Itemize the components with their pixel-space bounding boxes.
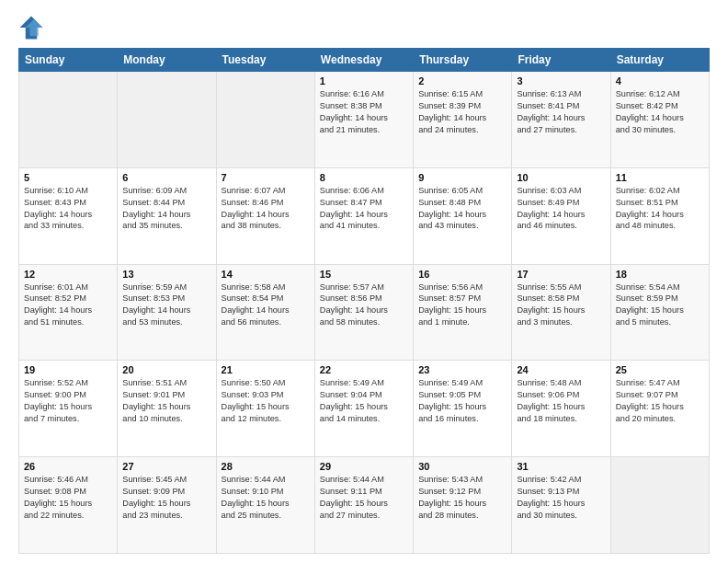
day-number: 11	[616, 172, 704, 183]
day-number: 7	[222, 172, 310, 183]
calendar-cell	[216, 72, 314, 168]
calendar-cell: 15Sunrise: 5:57 AM Sunset: 8:56 PM Dayli…	[314, 264, 413, 361]
calendar-cell: 11Sunrise: 6:02 AM Sunset: 8:51 PM Dayli…	[610, 167, 709, 264]
calendar: SundayMondayTuesdayWednesdayThursdayFrid…	[18, 48, 710, 554]
week-row-2: 5Sunrise: 6:10 AM Sunset: 8:43 PM Daylig…	[19, 167, 710, 264]
day-number: 15	[320, 269, 408, 280]
day-number: 30	[418, 461, 506, 472]
calendar-cell: 5Sunrise: 6:10 AM Sunset: 8:43 PM Daylig…	[19, 167, 118, 264]
calendar-cell: 16Sunrise: 5:56 AM Sunset: 8:57 PM Dayli…	[414, 264, 512, 361]
weekday-header-saturday: Saturday	[610, 49, 709, 72]
header	[18, 15, 710, 40]
day-number: 21	[222, 364, 310, 375]
day-number: 27	[122, 461, 210, 472]
week-row-1: 1Sunrise: 6:16 AM Sunset: 8:38 PM Daylig…	[19, 72, 710, 168]
calendar-cell	[118, 72, 216, 168]
calendar-cell: 4Sunrise: 6:12 AM Sunset: 8:42 PM Daylig…	[610, 72, 709, 168]
calendar-cell: 10Sunrise: 6:03 AM Sunset: 8:49 PM Dayli…	[512, 167, 610, 264]
day-number: 1	[320, 75, 408, 86]
day-number: 26	[24, 461, 112, 472]
calendar-cell: 8Sunrise: 6:06 AM Sunset: 8:47 PM Daylig…	[314, 167, 413, 264]
day-detail: Sunrise: 6:16 AM Sunset: 8:38 PM Dayligh…	[320, 88, 408, 136]
calendar-cell: 24Sunrise: 5:48 AM Sunset: 9:06 PM Dayli…	[512, 361, 610, 457]
day-detail: Sunrise: 5:48 AM Sunset: 9:06 PM Dayligh…	[517, 377, 605, 425]
page: SundayMondayTuesdayWednesdayThursdayFrid…	[0, 0, 728, 563]
calendar-cell: 9Sunrise: 6:05 AM Sunset: 8:48 PM Daylig…	[414, 167, 512, 264]
day-detail: Sunrise: 6:10 AM Sunset: 8:43 PM Dayligh…	[24, 185, 112, 233]
calendar-cell	[19, 72, 118, 168]
day-detail: Sunrise: 5:49 AM Sunset: 9:05 PM Dayligh…	[418, 377, 506, 425]
day-number: 18	[616, 269, 704, 280]
calendar-cell: 26Sunrise: 5:46 AM Sunset: 9:08 PM Dayli…	[19, 457, 118, 554]
weekday-header-row: SundayMondayTuesdayWednesdayThursdayFrid…	[19, 49, 710, 72]
calendar-cell: 21Sunrise: 5:50 AM Sunset: 9:03 PM Dayli…	[216, 361, 314, 457]
calendar-cell: 3Sunrise: 6:13 AM Sunset: 8:41 PM Daylig…	[512, 72, 610, 168]
calendar-cell: 25Sunrise: 5:47 AM Sunset: 9:07 PM Dayli…	[610, 361, 709, 457]
calendar-cell: 1Sunrise: 6:16 AM Sunset: 8:38 PM Daylig…	[314, 72, 413, 168]
calendar-cell: 18Sunrise: 5:54 AM Sunset: 8:59 PM Dayli…	[610, 264, 709, 361]
weekday-header-friday: Friday	[512, 49, 610, 72]
day-detail: Sunrise: 5:55 AM Sunset: 8:58 PM Dayligh…	[517, 282, 605, 329]
day-detail: Sunrise: 5:45 AM Sunset: 9:09 PM Dayligh…	[122, 474, 210, 522]
day-detail: Sunrise: 5:49 AM Sunset: 9:04 PM Dayligh…	[320, 377, 408, 425]
week-row-3: 12Sunrise: 6:01 AM Sunset: 8:52 PM Dayli…	[19, 264, 710, 361]
calendar-cell: 12Sunrise: 6:01 AM Sunset: 8:52 PM Dayli…	[19, 264, 118, 361]
day-number: 31	[517, 461, 605, 472]
day-detail: Sunrise: 6:15 AM Sunset: 8:39 PM Dayligh…	[418, 88, 506, 136]
day-number: 2	[418, 75, 506, 86]
day-number: 16	[418, 269, 506, 280]
day-number: 8	[320, 172, 408, 183]
day-detail: Sunrise: 5:44 AM Sunset: 9:10 PM Dayligh…	[222, 474, 310, 522]
day-detail: Sunrise: 6:02 AM Sunset: 8:51 PM Dayligh…	[616, 185, 704, 233]
week-row-5: 26Sunrise: 5:46 AM Sunset: 9:08 PM Dayli…	[19, 457, 710, 554]
day-number: 17	[517, 269, 605, 280]
day-detail: Sunrise: 6:06 AM Sunset: 8:47 PM Dayligh…	[320, 185, 408, 233]
day-detail: Sunrise: 5:44 AM Sunset: 9:11 PM Dayligh…	[320, 474, 408, 522]
day-number: 3	[517, 75, 605, 86]
day-number: 12	[24, 269, 112, 280]
day-detail: Sunrise: 6:03 AM Sunset: 8:49 PM Dayligh…	[517, 185, 605, 233]
day-number: 9	[418, 172, 506, 183]
day-detail: Sunrise: 5:56 AM Sunset: 8:57 PM Dayligh…	[418, 282, 506, 329]
day-detail: Sunrise: 5:50 AM Sunset: 9:03 PM Dayligh…	[222, 377, 310, 425]
day-detail: Sunrise: 6:01 AM Sunset: 8:52 PM Dayligh…	[24, 282, 112, 329]
day-detail: Sunrise: 5:59 AM Sunset: 8:53 PM Dayligh…	[122, 282, 210, 329]
calendar-cell: 30Sunrise: 5:43 AM Sunset: 9:12 PM Dayli…	[414, 457, 512, 554]
logo-icon	[18, 15, 44, 40]
day-detail: Sunrise: 5:43 AM Sunset: 9:12 PM Dayligh…	[418, 474, 506, 522]
day-detail: Sunrise: 6:07 AM Sunset: 8:46 PM Dayligh…	[222, 185, 310, 233]
calendar-cell: 23Sunrise: 5:49 AM Sunset: 9:05 PM Dayli…	[414, 361, 512, 457]
day-detail: Sunrise: 6:05 AM Sunset: 8:48 PM Dayligh…	[418, 185, 506, 233]
day-detail: Sunrise: 5:42 AM Sunset: 9:13 PM Dayligh…	[517, 474, 605, 522]
calendar-cell: 28Sunrise: 5:44 AM Sunset: 9:10 PM Dayli…	[216, 457, 314, 554]
weekday-header-monday: Monday	[118, 49, 216, 72]
day-number: 13	[122, 269, 210, 280]
calendar-cell: 29Sunrise: 5:44 AM Sunset: 9:11 PM Dayli…	[314, 457, 413, 554]
calendar-cell: 31Sunrise: 5:42 AM Sunset: 9:13 PM Dayli…	[512, 457, 610, 554]
day-number: 19	[24, 364, 112, 375]
day-detail: Sunrise: 5:58 AM Sunset: 8:54 PM Dayligh…	[222, 282, 310, 329]
calendar-cell: 19Sunrise: 5:52 AM Sunset: 9:00 PM Dayli…	[19, 361, 118, 457]
day-detail: Sunrise: 6:13 AM Sunset: 8:41 PM Dayligh…	[517, 88, 605, 136]
day-number: 28	[222, 461, 310, 472]
weekday-header-thursday: Thursday	[414, 49, 512, 72]
logo	[18, 15, 48, 40]
calendar-cell: 22Sunrise: 5:49 AM Sunset: 9:04 PM Dayli…	[314, 361, 413, 457]
day-number: 29	[320, 461, 408, 472]
calendar-cell: 27Sunrise: 5:45 AM Sunset: 9:09 PM Dayli…	[118, 457, 216, 554]
day-number: 10	[517, 172, 605, 183]
day-detail: Sunrise: 5:46 AM Sunset: 9:08 PM Dayligh…	[24, 474, 112, 522]
day-number: 23	[418, 364, 506, 375]
calendar-cell: 13Sunrise: 5:59 AM Sunset: 8:53 PM Dayli…	[118, 264, 216, 361]
day-detail: Sunrise: 5:52 AM Sunset: 9:00 PM Dayligh…	[24, 377, 112, 425]
day-number: 5	[24, 172, 112, 183]
day-detail: Sunrise: 5:51 AM Sunset: 9:01 PM Dayligh…	[122, 377, 210, 425]
day-detail: Sunrise: 5:47 AM Sunset: 9:07 PM Dayligh…	[616, 377, 704, 425]
calendar-cell	[610, 457, 709, 554]
calendar-cell: 6Sunrise: 6:09 AM Sunset: 8:44 PM Daylig…	[118, 167, 216, 264]
calendar-cell: 7Sunrise: 6:07 AM Sunset: 8:46 PM Daylig…	[216, 167, 314, 264]
week-row-4: 19Sunrise: 5:52 AM Sunset: 9:00 PM Dayli…	[19, 361, 710, 457]
day-number: 4	[616, 75, 704, 86]
day-number: 22	[320, 364, 408, 375]
day-detail: Sunrise: 5:57 AM Sunset: 8:56 PM Dayligh…	[320, 282, 408, 329]
